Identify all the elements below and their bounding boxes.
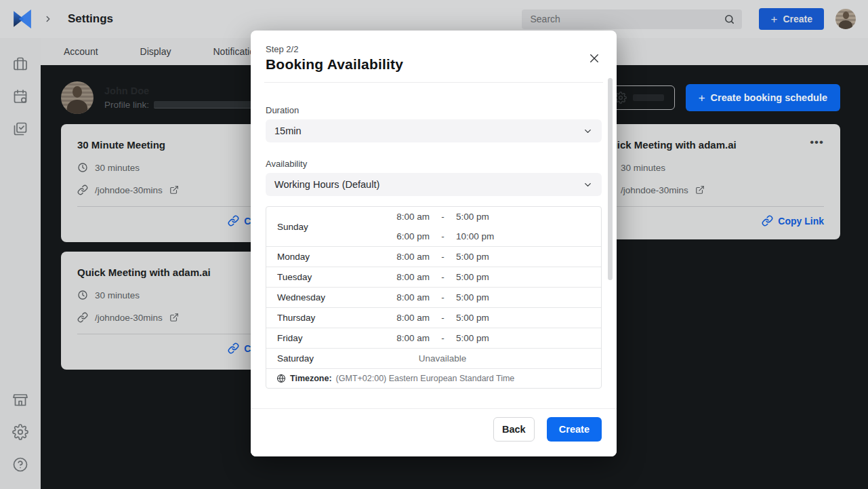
create-button[interactable]: + Create — [759, 8, 824, 30]
modal-header: Step 2/2 Booking Availability — [251, 31, 617, 73]
slot-start: 8:00 am — [392, 252, 430, 262]
create-button-label: Create — [783, 14, 812, 24]
schedule-row-wednesday: Wednesday 8:00 am - 5:00 pm — [266, 287, 601, 307]
plus-icon: + — [770, 14, 777, 25]
marketplace-store-icon[interactable] — [12, 391, 28, 408]
range-dash: - — [430, 252, 456, 262]
clock-icon — [77, 290, 88, 300]
slot-end: 5:00 pm — [456, 333, 489, 343]
day-label: Saturday — [266, 353, 392, 364]
modal-body: Duration 15min Availability Working Hour… — [251, 105, 617, 389]
range-dash: - — [430, 313, 456, 323]
slot-end: 5:00 pm — [456, 292, 489, 302]
duration-value: 30 minutes — [95, 290, 140, 300]
chevron-down-icon — [583, 126, 593, 136]
tab-account[interactable]: Account — [64, 46, 98, 57]
create-booking-schedule-label: Create booking schedule — [711, 92, 827, 103]
timezone-row: Timezone: (GMT+02:00) Eastern European S… — [266, 368, 601, 388]
schedule-row-monday: Monday 8:00 am - 5:00 pm — [266, 246, 601, 267]
create-booking-schedule-button[interactable]: + Create booking schedule — [686, 84, 840, 111]
range-dash: - — [430, 333, 456, 343]
settings-gear-icon[interactable] — [12, 424, 28, 440]
range-dash: - — [430, 212, 456, 222]
chain-link-icon — [762, 215, 773, 227]
timezone-value: (GMT+02:00) Eastern European Standard Ti… — [336, 374, 515, 383]
chevron-right-icon — [43, 14, 53, 24]
link-icon — [77, 184, 88, 195]
slot-start: 6:00 pm — [392, 231, 430, 241]
day-label: Monday — [266, 252, 392, 262]
slot-start: 8:00 am — [392, 333, 430, 343]
slot-start: 8:00 am — [392, 292, 430, 302]
modal-create-button[interactable]: Create — [547, 417, 602, 442]
timezone-label: Timezone: — [290, 374, 332, 383]
page-title: Settings — [68, 12, 113, 26]
plus-icon: + — [699, 92, 705, 104]
app-window: Settings + Create — [0, 0, 868, 489]
help-question-icon[interactable] — [12, 456, 28, 473]
slot-start: 8:00 am — [392, 313, 430, 323]
schedule-row-thursday: Thursday 8:00 am - 5:00 pm — [266, 307, 601, 328]
booking-link-slug: /johndoe-30mins — [621, 185, 688, 195]
booking-settings-label-obscured — [633, 94, 664, 101]
adam-ai-logo[interactable] — [12, 9, 33, 29]
search-bar[interactable] — [522, 9, 742, 29]
search-icon — [724, 14, 735, 25]
sidebar — [0, 38, 41, 489]
range-dash: - — [430, 231, 456, 241]
slot-end: 5:00 pm — [456, 212, 489, 222]
unavailable-status: Unavailable — [392, 353, 493, 364]
modal-header-divider — [264, 82, 603, 83]
booking-card-title: 30 Minute Meeting — [77, 139, 165, 151]
profile-avatar — [61, 81, 94, 114]
external-link-icon[interactable] — [695, 185, 705, 195]
slot-start: 8:00 am — [392, 212, 430, 222]
booking-link-row[interactable]: /johndoe-30mins — [603, 184, 824, 195]
availability-select[interactable]: Working Hours (Default) — [266, 173, 602, 196]
duration-row: 30 minutes — [603, 162, 824, 173]
duration-value: 30 minutes — [95, 163, 140, 173]
booking-link-slug: /johndoe-30mins — [95, 185, 163, 195]
meetings-calendar-icon[interactable] — [12, 88, 28, 104]
duration-label: Duration — [266, 105, 602, 115]
modal-step-indicator: Step 2/2 — [266, 44, 602, 54]
chain-link-icon — [228, 343, 239, 354]
modal-scrollbar[interactable] — [608, 78, 613, 280]
user-avatar[interactable] — [835, 9, 856, 29]
tasks-checklist-icon[interactable] — [12, 121, 28, 137]
availability-select-value: Working Hours (Default) — [274, 179, 379, 190]
copy-link-button[interactable]: Copy Link — [603, 207, 824, 235]
slot-start: 8:00 am — [392, 272, 430, 282]
external-link-icon[interactable] — [169, 185, 179, 195]
profile-actions: + Create booking schedule — [604, 84, 840, 111]
day-label: Tuesday — [266, 272, 392, 282]
booking-card-title: Quick Meeting with adam.ai — [603, 139, 737, 151]
booking-link-slug: /johndoe-30mins — [95, 313, 163, 323]
day-label: Sunday — [266, 222, 392, 232]
more-options-icon[interactable]: ••• — [810, 139, 824, 146]
chevron-down-icon — [583, 180, 593, 190]
booking-availability-modal: Step 2/2 Booking Availability Duration 1… — [251, 31, 617, 456]
schedule-row-friday: Friday 8:00 am - 5:00 pm — [266, 328, 601, 348]
search-input[interactable] — [530, 14, 724, 24]
tab-display[interactable]: Display — [140, 46, 171, 57]
slot-end: 5:00 pm — [456, 272, 489, 282]
profile-link-label: Profile link: — [104, 100, 149, 110]
chain-link-icon — [228, 215, 239, 227]
booking-card-title: Quick Meeting with adam.ai — [77, 267, 211, 278]
modal-title: Booking Availability — [266, 56, 602, 73]
duration-value: 30 minutes — [621, 163, 665, 173]
close-icon[interactable] — [588, 52, 602, 66]
duration-select[interactable]: 15min — [266, 119, 602, 142]
back-button[interactable]: Back — [493, 417, 535, 442]
modal-footer: Back Create — [251, 408, 617, 456]
workspace-briefcase-icon[interactable] — [12, 56, 28, 72]
external-link-icon[interactable] — [169, 313, 179, 322]
duration-select-value: 15min — [274, 125, 302, 136]
day-label: Thursday — [266, 313, 392, 323]
clock-icon — [77, 162, 88, 173]
globe-icon — [276, 374, 286, 383]
link-icon — [77, 312, 88, 323]
schedule-row-sunday: Sunday 8:00 am - 5:00 pm 6:00 pm - 10:00… — [266, 207, 601, 246]
slot-end: 5:00 pm — [456, 252, 489, 262]
